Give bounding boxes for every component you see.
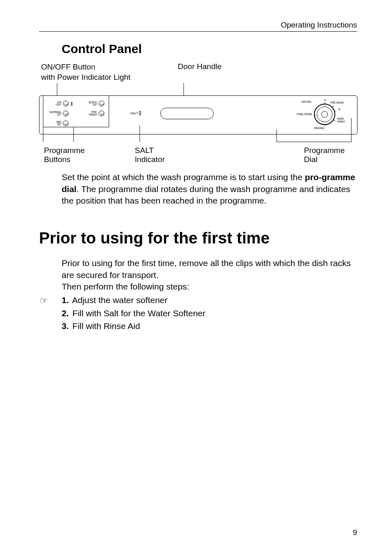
- door-handle: [160, 108, 214, 119]
- intro-text: Prior to using for the first time, remov…: [62, 257, 357, 292]
- control-panel-diagram: ON OFF NORMAL 65° BIO 50° QUICK 50° PRE …: [39, 83, 357, 143]
- page-number: 9: [353, 528, 357, 537]
- programme-dial: DRYING A PRE WASH B FINAL RINSE MAIN WAS…: [297, 98, 350, 132]
- dial-description: Set the point at which the wash programm…: [62, 171, 357, 206]
- label-programme-buttons: Programme Buttons: [44, 146, 109, 164]
- diagram-bottom-labels: Programme Buttons SALT Indicator Program…: [39, 146, 357, 164]
- label-door-handle: Door Handle: [178, 62, 222, 82]
- section-title: Control Panel: [62, 42, 357, 56]
- main-heading: Prior to using for the first time: [39, 229, 357, 247]
- steps-list: ☞ 1. Adjust the water softener 2. Fill w…: [39, 294, 357, 332]
- salt-indicator: SALT: [130, 111, 141, 115]
- header-rule: Operating Instructions: [39, 21, 357, 32]
- label-programme-dial: Programme Dial: [304, 146, 357, 164]
- label-salt-indicator: SALT Indicator: [135, 146, 183, 164]
- label-onoff-1: ON/OFF Button: [41, 62, 131, 72]
- programme-buttons-area: ON OFF NORMAL 65° BIO 50° QUICK 50° PRE …: [48, 99, 104, 128]
- pointing-hand-icon: ☞: [39, 294, 62, 307]
- header-text: Operating Instructions: [281, 21, 357, 29]
- label-onoff-2: with Power Indicator Light: [41, 72, 131, 83]
- diagram-top-labels: ON/OFF Button with Power Indicator Light…: [39, 62, 357, 82]
